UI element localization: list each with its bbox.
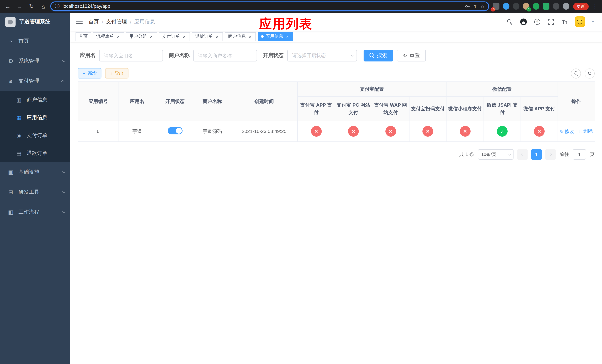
sidebar-item-pay-orders[interactable]: ◉ 支付订单 xyxy=(0,127,70,144)
tab-label: 流程表单 xyxy=(96,33,114,40)
monitor-icon: ▣ xyxy=(7,169,14,175)
breadcrumb-current: 应用信息 xyxy=(134,18,155,25)
search-button[interactable]: 搜索 xyxy=(364,50,393,62)
next-page-button[interactable] xyxy=(545,149,556,160)
gear-icon: ⚙ xyxy=(7,58,14,64)
tab-refund-orders[interactable]: 退款订单 xyxy=(192,32,223,41)
tab-app-info[interactable]: 应用信息 xyxy=(258,32,293,41)
sidebar-item-system[interactable]: ⚙ 系统管理 xyxy=(0,51,70,71)
tab-home[interactable]: 首页 xyxy=(75,32,91,41)
extension-icon-avatar[interactable]: 1 xyxy=(523,3,529,10)
wx-mini-status-icon xyxy=(460,126,470,137)
app-name-input[interactable] xyxy=(99,50,163,62)
sidebar-item-dev-tools[interactable]: ⊟ 研发工具 xyxy=(0,182,70,202)
col-header-merchant: 商户名称 xyxy=(194,82,231,121)
toggle-search-icon[interactable] xyxy=(571,68,581,78)
page-size-select[interactable]: 10条/页 xyxy=(478,149,514,160)
password-key-icon[interactable] xyxy=(465,4,470,9)
browser-forward-icon[interactable]: → xyxy=(15,1,24,11)
breadcrumb-home[interactable]: 首页 xyxy=(88,18,99,25)
extension-icon-wechat[interactable] xyxy=(543,3,549,10)
bookmark-star-icon[interactable]: ☆ xyxy=(480,3,485,9)
breadcrumb-separator: / xyxy=(130,19,131,25)
sidebar-item-app-info[interactable]: ▦ 应用信息 xyxy=(0,109,70,127)
sidebar-item-home[interactable]: ◔ 首页 xyxy=(0,31,70,51)
alipay-qr-status-icon xyxy=(422,126,433,137)
github-icon[interactable] xyxy=(520,18,527,25)
yen-icon: ¥ xyxy=(7,78,14,84)
tab-close-icon[interactable] xyxy=(149,34,154,39)
hamburger-icon[interactable] xyxy=(76,18,83,25)
top-navbar: 首页 / 支付管理 / 应用信息 xyxy=(70,13,602,31)
sidebar-item-workflow[interactable]: ◧ 工作流程 xyxy=(0,202,70,222)
col-header-wx-app: 微信 APP 支付 xyxy=(521,96,558,121)
sidebar-item-infra[interactable]: ▣ 基础设施 xyxy=(0,162,70,182)
trash-icon xyxy=(579,130,582,133)
tab-close-icon[interactable] xyxy=(215,34,220,39)
site-info-icon[interactable]: ⓘ xyxy=(55,3,60,10)
tab-pay-orders[interactable]: 支付订单 xyxy=(159,32,190,41)
fullscreen-icon[interactable] xyxy=(547,18,555,25)
search-form: 应用名 商户名称 开启状态 请选择开启状态 搜索 重置 xyxy=(78,50,595,62)
search-icon[interactable] xyxy=(506,18,514,25)
sidebar-item-label: 退款订单 xyxy=(27,150,47,157)
refresh-table-icon[interactable] xyxy=(585,68,595,78)
reset-button[interactable]: 重置 xyxy=(397,50,426,62)
col-header-alipay-qr: 支付宝扫码支付 xyxy=(409,96,446,121)
export-button[interactable]: 导出 xyxy=(105,68,128,78)
extension-icon-pin[interactable] xyxy=(553,3,559,10)
font-size-icon[interactable] xyxy=(561,18,568,25)
status-select[interactable]: 请选择开启状态 xyxy=(287,50,357,62)
help-icon[interactable] xyxy=(534,18,541,25)
goto-unit: 页 xyxy=(590,151,595,158)
chevron-down-icon xyxy=(508,152,511,156)
chrome-update-button[interactable]: 更新 xyxy=(573,2,589,10)
edit-icon xyxy=(559,129,563,134)
extension-icon-robot[interactable] xyxy=(563,3,570,10)
tab-close-icon[interactable] xyxy=(248,34,252,39)
url-text[interactable]: localhost:1024/pay/app xyxy=(63,4,462,9)
browser-reload-icon[interactable]: ↻ xyxy=(27,1,36,11)
sidebar-item-merchant-info[interactable]: ▥ 商户信息 xyxy=(0,91,70,109)
chevron-down-icon xyxy=(62,210,65,213)
grid-icon: ▦ xyxy=(16,115,22,121)
extension-icon-dark[interactable] xyxy=(513,3,519,10)
merchant-name-input[interactable] xyxy=(193,50,257,62)
tab-close-icon[interactable] xyxy=(116,34,121,39)
add-button[interactable]: 新增 xyxy=(78,68,101,78)
status-toggle[interactable] xyxy=(168,127,182,134)
page-number-active[interactable]: 1 xyxy=(531,149,542,160)
sidebar-logo-row[interactable]: 芋道管理系统 xyxy=(0,13,70,31)
cell-app-name: 芋道 xyxy=(118,121,156,142)
extension-icon-green-circle[interactable] xyxy=(533,3,539,10)
sidebar-item-payment[interactable]: ¥ 支付管理 xyxy=(0,71,70,91)
annotation-overlay: 应用列表 xyxy=(259,16,312,32)
tab-close-icon[interactable] xyxy=(182,34,187,39)
plus-icon xyxy=(83,70,86,76)
tab-user-group[interactable]: 用户分组 xyxy=(126,32,157,41)
tab-process-form[interactable]: 流程表单 xyxy=(93,32,124,41)
address-bar[interactable]: ⓘ localhost:1024/pay/app ↥ ☆ xyxy=(50,1,489,11)
sidebar-item-refund-orders[interactable]: ▤ 退款订单 xyxy=(0,144,70,162)
main-area: 应用列表 首页 / 支付管理 / 应用信息 xyxy=(70,13,602,364)
avatar-caret-icon[interactable] xyxy=(592,21,595,22)
extension-badge: 10 xyxy=(491,7,495,11)
goto-page-input[interactable] xyxy=(573,149,586,160)
edit-link[interactable]: 修改 xyxy=(559,128,574,135)
tab-merchant-info[interactable]: 商户信息 xyxy=(225,32,256,41)
chevron-up-icon xyxy=(61,80,64,83)
sidebar-item-label: 首页 xyxy=(19,38,29,44)
prev-page-button[interactable] xyxy=(517,149,527,160)
breadcrumb-payment[interactable]: 支付管理 xyxy=(106,18,127,25)
tab-close-icon[interactable] xyxy=(285,34,290,39)
share-icon[interactable]: ↥ xyxy=(473,3,477,9)
extension-icon-drop[interactable] xyxy=(503,3,509,10)
delete-link[interactable]: 删除 xyxy=(579,128,593,134)
status-select-placeholder: 请选择开启状态 xyxy=(292,52,326,59)
user-avatar[interactable] xyxy=(575,16,585,27)
browser-back-icon[interactable]: ← xyxy=(3,1,13,11)
col-header-wx-jsapi: 微信 JSAPI 支付 xyxy=(484,96,521,121)
browser-home-icon[interactable]: ⌂ xyxy=(39,1,48,11)
browser-menu-icon[interactable]: ⋮ xyxy=(591,3,599,9)
extension-icon-grid[interactable]: 10 xyxy=(493,3,499,10)
